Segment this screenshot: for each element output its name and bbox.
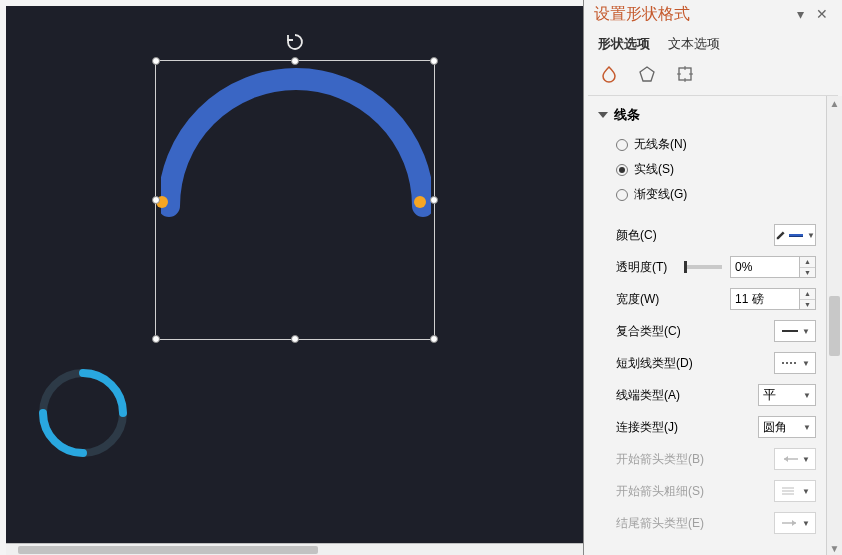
radio-solid-line[interactable]: 实线(S) xyxy=(598,157,822,182)
panel-title: 设置形状格式 xyxy=(594,4,690,25)
scrollbar-thumb[interactable] xyxy=(18,546,318,554)
arrow-end-type-button: ▼ xyxy=(774,512,816,534)
arrow-type-icon xyxy=(780,453,800,465)
prop-compound: 复合类型(C) ▼ xyxy=(598,315,822,347)
close-icon[interactable]: ✕ xyxy=(816,6,828,22)
slider-knob[interactable] xyxy=(684,261,687,273)
svg-marker-1 xyxy=(640,67,654,81)
resize-handle-se[interactable] xyxy=(430,335,438,343)
radio-no-line-label: 无线条(N) xyxy=(634,136,687,153)
spin-up-icon[interactable]: ▲ xyxy=(800,289,815,300)
panel-tabs: 形状选项 文本选项 xyxy=(584,27,842,59)
resize-handle-n[interactable] xyxy=(291,57,299,65)
scroll-down-icon[interactable]: ▼ xyxy=(827,541,842,555)
fill-line-icon[interactable] xyxy=(598,63,620,85)
arrow-begin-size-label: 开始箭头粗细(S) xyxy=(616,483,704,500)
join-label: 连接类型(J) xyxy=(616,419,678,436)
resize-handle-s[interactable] xyxy=(291,335,299,343)
effects-icon[interactable] xyxy=(636,63,658,85)
radio-no-line[interactable]: 无线条(N) xyxy=(598,132,822,157)
section-line-label: 线条 xyxy=(614,106,640,124)
color-picker-button[interactable]: ▼ xyxy=(774,224,816,246)
dash-type-button[interactable]: ▼ xyxy=(774,352,816,374)
prop-arrow-begin-size: 开始箭头粗细(S) ▼ xyxy=(598,475,822,507)
transparency-label: 透明度(T) xyxy=(616,259,667,276)
prop-arrow-end-type: 结尾箭头类型(E) ▼ xyxy=(598,507,822,539)
resize-handle-e[interactable] xyxy=(430,196,438,204)
chevron-down-icon: ▼ xyxy=(802,487,810,496)
scroll-up-icon[interactable]: ▲ xyxy=(827,96,842,110)
radio-gradient-line[interactable]: 渐变线(G) xyxy=(598,182,822,207)
rotate-handle[interactable] xyxy=(286,33,304,51)
spin-up-icon[interactable]: ▲ xyxy=(800,257,815,268)
color-label: 颜色(C) xyxy=(616,227,657,244)
panel-body: 线条 无线条(N) 实线(S) 渐变线(G) 颜色(C) xyxy=(584,96,842,555)
width-label: 宽度(W) xyxy=(616,291,659,308)
arrow-end-type-label: 结尾箭头类型(E) xyxy=(616,515,704,532)
radio-solid-line-label: 实线(S) xyxy=(634,161,674,178)
radio-icon xyxy=(616,139,628,151)
spin-down-icon[interactable]: ▼ xyxy=(800,300,815,310)
chevron-down-icon: ▼ xyxy=(802,327,810,336)
chevron-down-icon: ▼ xyxy=(802,519,810,528)
cap-type-dropdown[interactable]: 平 ▼ xyxy=(758,384,816,406)
chevron-down-icon: ▼ xyxy=(803,423,811,432)
canvas-scrollbar-horizontal[interactable] xyxy=(6,543,583,555)
chevron-down-icon: ▼ xyxy=(803,391,811,400)
loading-spinner xyxy=(35,365,131,461)
transparency-slider[interactable] xyxy=(686,265,722,269)
compound-line-icon xyxy=(780,325,800,337)
ruler-top xyxy=(0,0,583,6)
arrow-begin-type-label: 开始箭头类型(B) xyxy=(616,451,704,468)
arrow-begin-size-button: ▼ xyxy=(774,480,816,502)
canvas[interactable] xyxy=(0,0,584,555)
tab-shape-options[interactable]: 形状选项 xyxy=(598,35,650,53)
chevron-down-icon: ▼ xyxy=(807,231,815,240)
resize-handle-nw[interactable] xyxy=(152,57,160,65)
radio-gradient-line-label: 渐变线(G) xyxy=(634,186,687,203)
dash-label: 短划线类型(D) xyxy=(616,355,693,372)
panel-header: 设置形状格式 ▾ ✕ xyxy=(584,0,842,27)
app-root: 设置形状格式 ▾ ✕ 形状选项 文本选项 线条 xyxy=(0,0,842,555)
properties-area: 线条 无线条(N) 实线(S) 渐变线(G) 颜色(C) xyxy=(584,96,826,555)
tab-text-options[interactable]: 文本选项 xyxy=(668,35,720,53)
prop-cap: 线端类型(A) 平 ▼ xyxy=(598,379,822,411)
scrollbar-thumb[interactable] xyxy=(829,296,840,356)
spin-down-icon[interactable]: ▼ xyxy=(800,268,815,278)
radio-icon xyxy=(616,164,628,176)
width-spinner[interactable]: ▲▼ xyxy=(800,288,816,310)
resize-handle-sw[interactable] xyxy=(152,335,160,343)
minimize-icon[interactable]: ▾ xyxy=(797,6,804,22)
section-line[interactable]: 线条 xyxy=(598,106,822,124)
resize-handle-ne[interactable] xyxy=(430,57,438,65)
prop-width: 宽度(W) ▲▼ xyxy=(598,283,822,315)
chevron-down-icon: ▼ xyxy=(802,455,810,464)
join-type-dropdown[interactable]: 圆角 ▼ xyxy=(758,416,816,438)
arc-shape[interactable] xyxy=(161,66,431,266)
prop-dash: 短划线类型(D) ▼ xyxy=(598,347,822,379)
pencil-icon xyxy=(775,228,787,242)
compound-label: 复合类型(C) xyxy=(616,323,681,340)
panel-scrollbar-vertical[interactable]: ▲ ▼ xyxy=(826,96,842,555)
join-value: 圆角 xyxy=(763,419,787,436)
panel-icon-tabs xyxy=(584,59,842,95)
selection-box[interactable] xyxy=(155,60,435,340)
cap-value: 平 xyxy=(763,386,776,404)
arc-endpoint-right[interactable] xyxy=(414,196,426,208)
transparency-spinner[interactable]: ▲▼ xyxy=(800,256,816,278)
color-swatch xyxy=(789,234,803,237)
size-props-icon[interactable] xyxy=(674,63,696,85)
width-input[interactable] xyxy=(730,288,800,310)
ruler-left xyxy=(0,0,6,555)
prop-transparency: 透明度(T) ▲▼ xyxy=(598,251,822,283)
svg-marker-15 xyxy=(792,520,796,526)
chevron-down-icon: ▼ xyxy=(802,359,810,368)
compound-type-button[interactable]: ▼ xyxy=(774,320,816,342)
radio-icon xyxy=(616,189,628,201)
collapse-icon xyxy=(598,112,608,118)
resize-handle-w[interactable] xyxy=(152,196,160,204)
cap-label: 线端类型(A) xyxy=(616,387,680,404)
transparency-input[interactable] xyxy=(730,256,800,278)
prop-arrow-begin-type: 开始箭头类型(B) ▼ xyxy=(598,443,822,475)
dash-line-icon xyxy=(780,357,800,369)
